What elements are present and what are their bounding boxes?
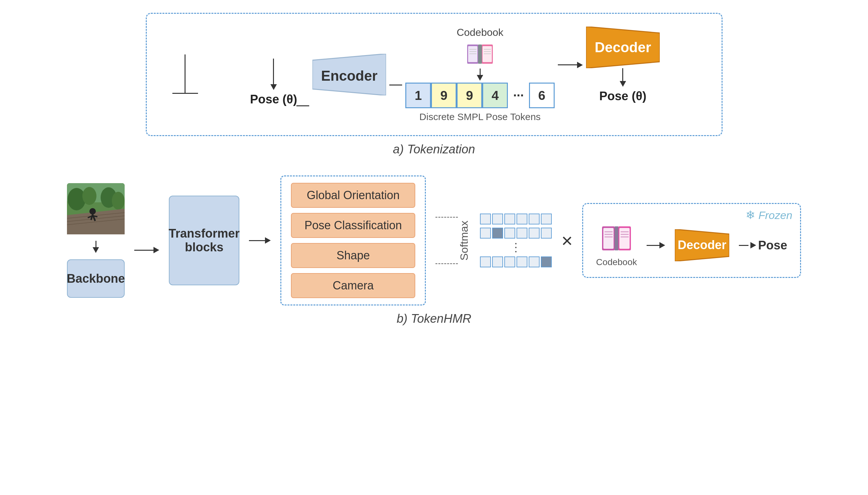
svg-point-20 [112,192,124,210]
tokens-sublabel: Discrete SMPL Pose Tokens [419,112,541,122]
svg-point-25 [89,208,96,215]
encoder-block: Encoder [312,54,386,96]
token-1: 1 [405,83,431,108]
decoder-a-block: Decoder [586,27,660,68]
tokenhmr-row: Backbone Transformer blocks Global Orien… [26,175,842,305]
frozen-box: ❄ Frozen [582,203,801,278]
token-3: 9 [456,83,482,108]
svg-rect-32 [603,228,614,249]
decoder-b-block: Decoder [675,229,729,261]
photo-backbone-group: Backbone [67,183,124,298]
svg-rect-40 [615,226,618,250]
frozen-text: Frozen [758,209,792,222]
token-dots: ··· [508,88,529,103]
backbone-box: Backbone [67,259,124,298]
tokenization-box: Pose (θ) Encode [146,13,722,136]
matrix-row-2 [480,228,552,239]
codebook-top-label: Codebook [456,27,503,38]
svg-rect-33 [619,228,630,249]
multiply-sign: × [561,229,572,252]
section-a: Pose (θ) Encode [26,13,842,156]
token-4: 4 [482,83,508,108]
codebook-area: Codebook [456,27,503,69]
input-photo [67,183,124,234]
transformer-label: Transformer blocks [169,227,240,254]
backbone-label: Backbone [67,272,125,286]
pose-theta-left: Pose (θ) [250,92,297,106]
section-a-label: a) Tokenization [393,142,475,156]
matrices-visualization: ⋮ [480,214,552,267]
token-2: 9 [431,83,456,108]
tokens-row: 1 9 9 4 ··· 6 [405,83,554,108]
frozen-label-row: ❄ Frozen [746,208,792,222]
section-b-label: b) TokenHMR [397,312,471,326]
section-b: Backbone Transformer blocks Global Orien… [26,175,842,326]
head-global-orientation: Global Orientation [291,183,415,208]
prediction-heads-box: Global Orientation Pose Classification S… [280,175,426,305]
matrix-row-3 [480,256,552,267]
codebook-b-icon [600,223,633,255]
svg-text:Decoder: Decoder [678,238,727,252]
svg-text:Encoder: Encoder [321,68,378,83]
matrix-row-1 [480,214,552,224]
codebook-b-label: Codebook [596,257,637,267]
pose-output-label: Pose [758,239,787,252]
head-camera: Camera [291,273,415,298]
snowflake-icon: ❄ [746,208,755,222]
codebook-icon [466,40,495,69]
token-6: 6 [529,83,555,108]
transformer-block: Transformer blocks [169,195,239,285]
main-container: Pose (θ) Encode [0,0,868,495]
softmax-label: Softmax [458,221,470,261]
svg-text:Decoder: Decoder [595,39,651,55]
frozen-inner: Codebook Decoder [596,223,787,267]
matrix-dots: ⋮ [480,242,552,253]
svg-rect-12 [478,45,482,64]
head-pose-classification: Pose Classification [291,213,415,238]
svg-point-18 [82,187,97,205]
head-shape: Shape [291,243,415,268]
pose-theta-right: Pose (θ) [599,89,646,103]
